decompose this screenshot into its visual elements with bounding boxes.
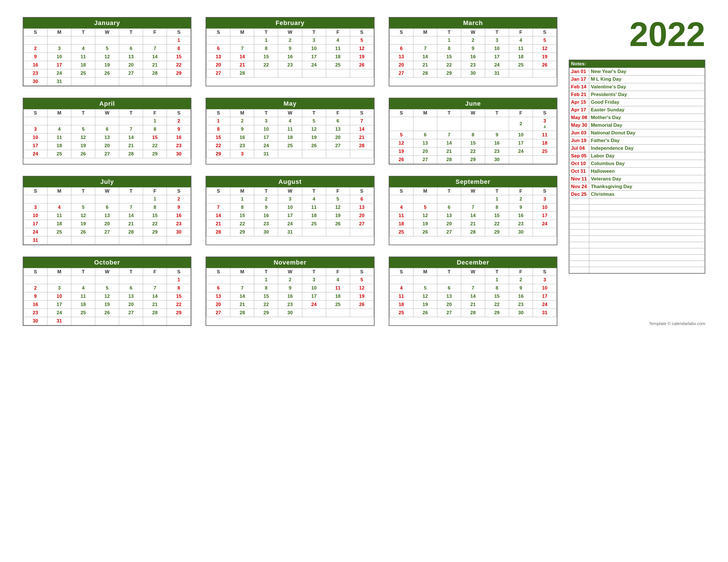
cal-cell: 5 [533, 36, 557, 45]
right-panel: 2022 Notes: Jan 01New Year's DayJan 17M … [569, 17, 705, 326]
cal-cell [167, 78, 191, 86]
cal-cell: 4 [326, 276, 350, 284]
cal-cell [71, 36, 95, 45]
cal-cell: 5 [95, 45, 119, 53]
cal-cell: 18 [71, 300, 95, 309]
cal-cell [47, 276, 71, 284]
cal-cell [167, 317, 191, 325]
cal-cell: 29 [230, 228, 254, 237]
cal-cell: 20 [326, 134, 350, 142]
cal-cell: 4 [47, 125, 71, 134]
cal-cell: 5 [413, 204, 437, 212]
day-header: W [278, 268, 302, 276]
cal-cell: 27 [437, 228, 461, 237]
cal-cell: 6 [206, 45, 230, 53]
cal-cell: 1 [143, 195, 167, 204]
cal-cell: 30 [167, 228, 191, 237]
day-header: M [413, 188, 437, 195]
holiday-label: Mother's Day [589, 114, 705, 122]
cal-cell: 21 [461, 220, 485, 228]
holiday-date: Feb 21 [569, 91, 589, 99]
cal-cell: 25 [278, 142, 302, 150]
cal-cell [350, 228, 374, 237]
cal-cell: 18 [71, 61, 95, 69]
cal-cell: 10 [302, 284, 326, 292]
cal-cell: 20 [206, 61, 230, 69]
month-august: AugustSMTWTFS123456789101112131415161718… [206, 176, 374, 245]
cal-cell: 29 [206, 150, 230, 158]
day-header: T [119, 188, 143, 195]
day-header: T [71, 268, 95, 276]
cal-cell: 27 [326, 142, 350, 150]
cal-cell [143, 78, 167, 86]
cal-cell: 20 [119, 61, 143, 69]
cal-cell: 14 [230, 292, 254, 300]
cal-cell: 4 [389, 284, 413, 292]
cal-cell: 25 [47, 150, 71, 158]
cal-cell: 1 [254, 36, 278, 45]
cal-cell: 11 [326, 284, 350, 292]
cal-cell: 8 [461, 131, 485, 139]
cal-cell: 10 [485, 45, 509, 53]
cal-cell: 15 [254, 53, 278, 61]
cal-cell: 23 [461, 61, 485, 69]
year-title: 2022 [569, 17, 705, 51]
cal-cell: 17 [254, 134, 278, 142]
cal-cell: 28 [143, 69, 167, 78]
cal-cell: 18 [278, 134, 302, 142]
month-header-october: October [23, 257, 191, 268]
cal-cell: 12 [302, 125, 326, 134]
cal-cell: 12 [95, 53, 119, 61]
cal-cell: 25 [389, 309, 413, 317]
cal-cell: 19 [71, 142, 95, 150]
day-header: W [95, 29, 119, 36]
cal-cell: 3 [230, 150, 254, 158]
cal-cell: 17 [24, 142, 47, 150]
cal-cell: 14 [461, 212, 485, 220]
cal-cell: 13 [119, 53, 143, 61]
cal-cell: 9 [509, 204, 533, 212]
cal-cell: 20 [389, 61, 413, 69]
cal-cell [326, 150, 350, 158]
cal-cell: 20 [206, 300, 230, 309]
holiday-date: May 08 [569, 114, 589, 122]
cal-cell: 9 [167, 204, 191, 212]
cal-cell: 3 [24, 204, 47, 212]
cal-cell: 6 [413, 131, 437, 139]
cal-cell: 13 [413, 139, 437, 148]
cal-cell: 4 [47, 204, 71, 212]
day-header: S [533, 109, 557, 117]
cal-cell: 22 [143, 142, 167, 150]
cal-cell: 31 [278, 228, 302, 237]
cal-cell: 17 [47, 300, 71, 309]
cal-cell: 21 [437, 148, 461, 156]
day-header: W [461, 109, 485, 117]
cal-cell [350, 309, 374, 317]
cal-cell: 28 [230, 69, 254, 78]
cal-cell: 16 [278, 292, 302, 300]
cal-cell: 11 [47, 212, 71, 220]
cal-cell: 9 [230, 125, 254, 134]
cal-cell: 3 [533, 195, 557, 204]
cal-cell: 24 [485, 61, 509, 69]
cal-cell: 19 [413, 300, 437, 309]
cal-cell: 23 [254, 220, 278, 228]
cal-table-may: SMTWTFS123456789101112131415161718192021… [206, 109, 374, 158]
cal-table-february: SMTWTFS123456789101112131415161718192021… [206, 28, 374, 78]
cal-cell: 4 [278, 117, 302, 125]
cal-cell: 23 [230, 142, 254, 150]
cal-cell: 12 [413, 292, 437, 300]
cal-cell: 6 [95, 204, 119, 212]
cal-cell: 16 [167, 212, 191, 220]
cal-cell: 30 [509, 228, 533, 237]
cal-cell: 15 [437, 53, 461, 61]
cal-cell: 21 [119, 142, 143, 150]
month-june: JuneSMTWTFS23456789101112131415161718192… [389, 98, 557, 165]
cal-cell: 9 [167, 125, 191, 134]
notes-header: Notes: [569, 60, 705, 68]
cal-cell: 13 [206, 292, 230, 300]
cal-cell [143, 36, 167, 45]
cal-cell: 31 [24, 237, 47, 245]
cal-cell: 9 [278, 284, 302, 292]
cal-cell [24, 117, 47, 125]
